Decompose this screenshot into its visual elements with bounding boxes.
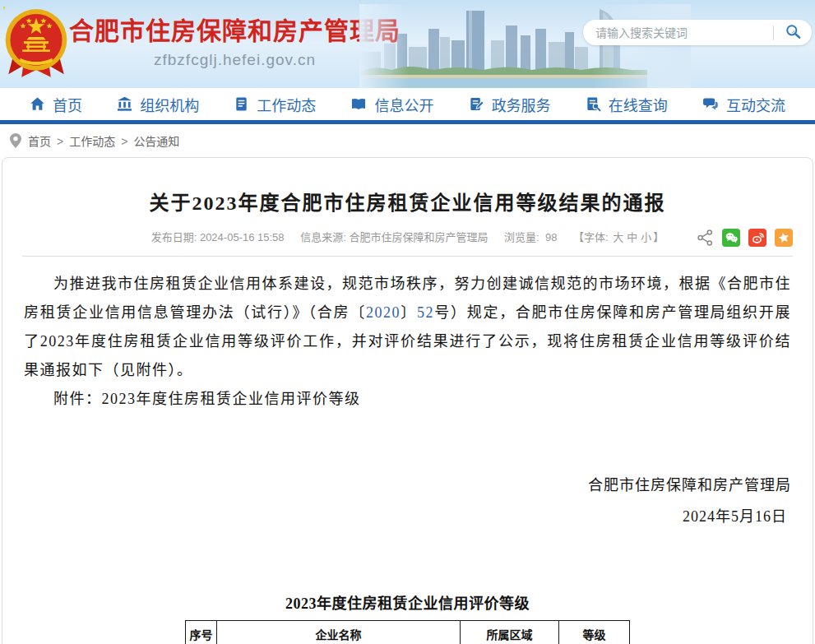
nav-item-org[interactable]: 组织机构 xyxy=(117,94,199,115)
breadcrumb: 首页>工作动态>公告通知 xyxy=(0,124,815,157)
publish-date: 发布日期: 2024-05-16 15:58 xyxy=(151,231,285,243)
attachment-link[interactable]: 附件：2023年度住房租赁企业信用评价等级 xyxy=(24,385,791,414)
article-title: 关于2023年度合肥市住房租赁企业信用等级结果的通报 xyxy=(2,187,813,215)
table-header-cell: 所属区域 xyxy=(461,621,559,644)
font-size-control: 【字体: 大中小】 xyxy=(573,231,664,243)
search-input[interactable] xyxy=(583,26,773,39)
chat-icon xyxy=(702,96,719,112)
share-icon[interactable] xyxy=(697,229,714,247)
nav-item-news[interactable]: 工作动态 xyxy=(234,94,316,115)
weibo-icon[interactable] xyxy=(748,229,766,247)
breadcrumb-link[interactable]: 公告通知 xyxy=(133,135,179,148)
attachment-table-title: 2023年度住房租赁企业信用评价等级 xyxy=(2,591,813,613)
skyline-fade-left xyxy=(359,4,409,88)
signature-org: 合肥市住房保障和房产管理局 xyxy=(2,473,791,494)
article-paragraph: 为推进我市住房租赁企业信用体系建设，规范市场秩序，努力创建诚信规范的市场环境，根… xyxy=(24,270,791,385)
attachment-section: 2023年度住房租赁企业信用评价等级 序号企业名称所属区域等级 1合肥市住房租赁… xyxy=(2,591,813,644)
nav-item-info[interactable]: 信息公开 xyxy=(350,94,433,115)
site-identity: 合肥市住房保障和房产管理局 zfbzfcglj.hefei.gov.cn xyxy=(69,11,401,69)
wechat-icon[interactable] xyxy=(722,229,740,247)
breadcrumb-link[interactable]: 工作动态 xyxy=(69,135,115,148)
breadcrumb-separator: > xyxy=(121,135,127,148)
share-bar xyxy=(697,229,793,247)
book-icon xyxy=(350,96,367,112)
site-title: 合肥市住房保障和房产管理局 xyxy=(69,11,401,47)
site-url: zfbzfcglj.hefei.gov.cn xyxy=(69,51,401,69)
location-pin-icon xyxy=(10,133,21,148)
nav-item-query[interactable]: 在线查询 xyxy=(586,94,668,115)
document-icon xyxy=(234,96,249,112)
article-meta: 发布日期: 2024-05-16 15:58 信息来源: 合肥市住房保障和房产管… xyxy=(2,228,813,248)
nav-item-label: 在线查询 xyxy=(609,94,668,115)
breadcrumb-items: 首页>工作动态>公告通知 xyxy=(28,132,179,149)
nav-item-home[interactable]: 首页 xyxy=(30,94,82,115)
view-count: 浏览量: 98 xyxy=(504,231,557,243)
signature-date: 2024年5月16日 xyxy=(2,504,791,526)
bank-icon xyxy=(117,96,132,112)
nav-item-label: 组织机构 xyxy=(140,94,199,115)
breadcrumb-separator: > xyxy=(57,135,63,148)
article-container: 关于2023年度合肥市住房租赁企业信用等级结果的通报 发布日期: 2024-05… xyxy=(2,157,813,644)
search-button[interactable] xyxy=(774,20,812,45)
document-search-icon xyxy=(586,96,601,112)
table-header-cell: 企业名称 xyxy=(217,621,461,644)
star-icon[interactable] xyxy=(775,229,793,247)
article-body: 为推进我市住房租赁企业信用体系建设，规范市场秩序，努力创建诚信规范的市场环境，根… xyxy=(2,257,813,414)
font-size-option-小[interactable]: 小 xyxy=(641,231,651,243)
font-size-option-中[interactable]: 中 xyxy=(627,231,637,243)
search-box xyxy=(583,20,812,45)
table-header-row: 序号企业名称所属区域等级 xyxy=(186,621,630,644)
signature-block: 合肥市住房保障和房产管理局 2024年5月16日 xyxy=(2,473,813,526)
site-header: 合肥市住房保障和房产管理局 zfbzfcglj.hefei.gov.cn xyxy=(0,0,815,88)
font-size-option-大[interactable]: 大 xyxy=(613,231,623,243)
main-nav: 首页组织机构工作动态信息公开政务服务在线查询互动交流 xyxy=(0,88,815,124)
home-icon xyxy=(30,96,45,112)
table-header-cell: 等级 xyxy=(559,621,630,644)
nav-item-label: 工作动态 xyxy=(257,94,316,115)
nav-item-label: 首页 xyxy=(53,94,82,115)
national-emblem-logo xyxy=(3,7,69,79)
nav-item-interact[interactable]: 互动交流 xyxy=(702,94,785,115)
info-source: 信息来源: 合肥市住房保障和房产管理局 xyxy=(300,231,488,243)
nav-item-service[interactable]: 政务服务 xyxy=(469,94,551,115)
breadcrumb-link[interactable]: 首页 xyxy=(28,135,51,148)
skyline-fade-right xyxy=(592,4,691,88)
pen-document-icon xyxy=(469,96,484,112)
credit-rating-table: 序号企业名称所属区域等级 1合肥市住房租赁发展股份有限公司蜀山区AAA xyxy=(185,620,630,644)
nav-item-label: 互动交流 xyxy=(726,94,785,115)
nav-item-label: 信息公开 xyxy=(374,94,433,115)
search-icon xyxy=(785,23,802,43)
table-header-cell: 序号 xyxy=(186,621,217,644)
nav-item-label: 政务服务 xyxy=(492,94,551,115)
